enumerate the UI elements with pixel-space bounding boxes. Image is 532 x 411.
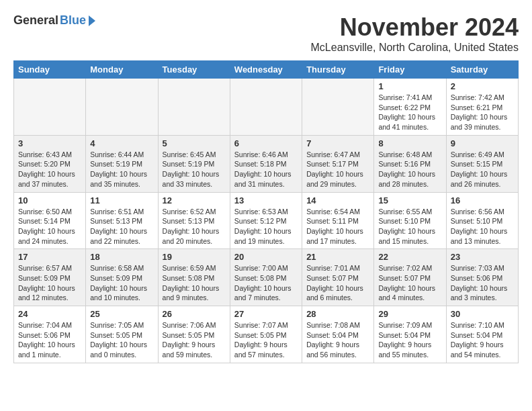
- day-number: 15: [378, 195, 441, 205]
- day-info: Sunrise: 7:05 AM Sunset: 5:05 PM Dayligh…: [90, 320, 153, 360]
- day-info: Sunrise: 7:01 AM Sunset: 5:07 PM Dayligh…: [306, 263, 369, 303]
- calendar-cell: 16Sunrise: 6:56 AM Sunset: 5:10 PM Dayli…: [446, 192, 518, 249]
- calendar-cell: 8Sunrise: 6:48 AM Sunset: 5:16 PM Daylig…: [374, 135, 446, 192]
- header-day-sunday: Sunday: [14, 61, 86, 79]
- day-info: Sunrise: 6:45 AM Sunset: 5:19 PM Dayligh…: [163, 150, 226, 189]
- day-number: 20: [234, 252, 298, 262]
- calendar-cell: 17Sunrise: 6:57 AM Sunset: 5:09 PM Dayli…: [14, 249, 86, 306]
- calendar-cell: 2Sunrise: 7:42 AM Sunset: 6:21 PM Daylig…: [446, 79, 518, 136]
- day-number: 24: [18, 309, 81, 319]
- day-info: Sunrise: 6:57 AM Sunset: 5:09 PM Dayligh…: [18, 263, 81, 303]
- calendar-cell: 29Sunrise: 7:09 AM Sunset: 5:04 PM Dayli…: [374, 306, 446, 363]
- logo-general-text: General: [13, 13, 58, 28]
- calendar-cell: 11Sunrise: 6:51 AM Sunset: 5:13 PM Dayli…: [86, 192, 158, 249]
- header-day-saturday: Saturday: [446, 61, 518, 79]
- logo-arrow-icon: [89, 15, 95, 26]
- day-number: 7: [306, 138, 369, 148]
- day-number: 19: [163, 252, 226, 262]
- calendar-cell: 24Sunrise: 7:04 AM Sunset: 5:06 PM Dayli…: [14, 306, 86, 363]
- week-row-2: 3Sunrise: 6:43 AM Sunset: 5:20 PM Daylig…: [14, 135, 519, 192]
- calendar-cell: 6Sunrise: 6:46 AM Sunset: 5:18 PM Daylig…: [230, 135, 302, 192]
- week-row-1: 1Sunrise: 7:41 AM Sunset: 6:22 PM Daylig…: [14, 79, 519, 136]
- logo-blue-text: Blue: [60, 13, 86, 28]
- header-day-monday: Monday: [86, 61, 158, 79]
- day-number: 3: [18, 138, 81, 148]
- day-number: 29: [378, 309, 441, 319]
- day-info: Sunrise: 6:44 AM Sunset: 5:19 PM Dayligh…: [90, 150, 153, 189]
- calendar-cell: 3Sunrise: 6:43 AM Sunset: 5:20 PM Daylig…: [14, 135, 86, 192]
- day-info: Sunrise: 6:54 AM Sunset: 5:11 PM Dayligh…: [306, 207, 369, 246]
- calendar-cell: [158, 79, 230, 136]
- calendar-cell: 7Sunrise: 6:47 AM Sunset: 5:17 PM Daylig…: [302, 135, 374, 192]
- day-info: Sunrise: 7:07 AM Sunset: 5:05 PM Dayligh…: [234, 320, 298, 360]
- calendar-cell: 4Sunrise: 6:44 AM Sunset: 5:19 PM Daylig…: [86, 135, 158, 192]
- calendar-cell: 1Sunrise: 7:41 AM Sunset: 6:22 PM Daylig…: [374, 79, 446, 136]
- day-info: Sunrise: 6:51 AM Sunset: 5:13 PM Dayligh…: [90, 207, 153, 246]
- day-info: Sunrise: 7:42 AM Sunset: 6:21 PM Dayligh…: [451, 93, 514, 132]
- calendar-table: SundayMondayTuesdayWednesdayThursdayFrid…: [13, 60, 519, 363]
- week-row-3: 10Sunrise: 6:50 AM Sunset: 5:14 PM Dayli…: [14, 192, 519, 249]
- day-number: 30: [451, 309, 514, 319]
- day-number: 12: [163, 195, 226, 205]
- day-info: Sunrise: 6:53 AM Sunset: 5:12 PM Dayligh…: [234, 207, 298, 246]
- day-info: Sunrise: 7:03 AM Sunset: 5:06 PM Dayligh…: [451, 263, 514, 303]
- calendar-cell: 5Sunrise: 6:45 AM Sunset: 5:19 PM Daylig…: [158, 135, 230, 192]
- calendar-cell: [86, 79, 158, 136]
- day-info: Sunrise: 6:43 AM Sunset: 5:20 PM Dayligh…: [18, 150, 81, 189]
- day-info: Sunrise: 7:09 AM Sunset: 5:04 PM Dayligh…: [378, 320, 441, 360]
- day-info: Sunrise: 7:04 AM Sunset: 5:06 PM Dayligh…: [18, 320, 81, 360]
- day-number: 5: [163, 138, 226, 148]
- calendar-cell: 20Sunrise: 7:00 AM Sunset: 5:08 PM Dayli…: [230, 249, 302, 306]
- header-day-wednesday: Wednesday: [230, 61, 302, 79]
- calendar-cell: 25Sunrise: 7:05 AM Sunset: 5:05 PM Dayli…: [86, 306, 158, 363]
- header-day-tuesday: Tuesday: [158, 61, 230, 79]
- day-info: Sunrise: 6:50 AM Sunset: 5:14 PM Dayligh…: [18, 207, 81, 246]
- day-number: 18: [90, 252, 153, 262]
- day-number: 21: [306, 252, 369, 262]
- logo: General Blue: [13, 13, 95, 28]
- calendar-cell: 28Sunrise: 7:08 AM Sunset: 5:04 PM Dayli…: [302, 306, 374, 363]
- day-info: Sunrise: 7:06 AM Sunset: 5:05 PM Dayligh…: [163, 320, 226, 360]
- day-number: 13: [234, 195, 298, 205]
- calendar-header-row: SundayMondayTuesdayWednesdayThursdayFrid…: [14, 61, 519, 79]
- day-number: 23: [451, 252, 514, 262]
- day-number: 22: [378, 252, 441, 262]
- calendar-cell: 27Sunrise: 7:07 AM Sunset: 5:05 PM Dayli…: [230, 306, 302, 363]
- calendar-cell: 30Sunrise: 7:10 AM Sunset: 5:04 PM Dayli…: [446, 306, 518, 363]
- calendar-cell: 19Sunrise: 6:59 AM Sunset: 5:08 PM Dayli…: [158, 249, 230, 306]
- calendar-cell: 21Sunrise: 7:01 AM Sunset: 5:07 PM Dayli…: [302, 249, 374, 306]
- calendar-cell: 23Sunrise: 7:03 AM Sunset: 5:06 PM Dayli…: [446, 249, 518, 306]
- day-number: 6: [234, 138, 298, 148]
- day-info: Sunrise: 6:59 AM Sunset: 5:08 PM Dayligh…: [163, 263, 226, 303]
- location-text: McLeansville, North Carolina, United Sta…: [311, 42, 519, 54]
- month-title: November 2024: [311, 13, 519, 42]
- calendar-cell: [230, 79, 302, 136]
- day-number: 10: [18, 195, 81, 205]
- day-number: 16: [451, 195, 514, 205]
- day-info: Sunrise: 6:56 AM Sunset: 5:10 PM Dayligh…: [451, 207, 514, 246]
- day-number: 14: [306, 195, 369, 205]
- day-number: 25: [90, 309, 153, 319]
- day-info: Sunrise: 7:02 AM Sunset: 5:07 PM Dayligh…: [378, 263, 441, 303]
- day-info: Sunrise: 6:52 AM Sunset: 5:13 PM Dayligh…: [163, 207, 226, 246]
- day-info: Sunrise: 6:58 AM Sunset: 5:09 PM Dayligh…: [90, 263, 153, 303]
- calendar-cell: 9Sunrise: 6:49 AM Sunset: 5:15 PM Daylig…: [446, 135, 518, 192]
- week-row-5: 24Sunrise: 7:04 AM Sunset: 5:06 PM Dayli…: [14, 306, 519, 363]
- day-number: 27: [234, 309, 298, 319]
- calendar-cell: 12Sunrise: 6:52 AM Sunset: 5:13 PM Dayli…: [158, 192, 230, 249]
- day-info: Sunrise: 7:00 AM Sunset: 5:08 PM Dayligh…: [234, 263, 298, 303]
- calendar-cell: 26Sunrise: 7:06 AM Sunset: 5:05 PM Dayli…: [158, 306, 230, 363]
- header-day-thursday: Thursday: [302, 61, 374, 79]
- day-number: 9: [451, 138, 514, 148]
- title-area: November 2024 McLeansville, North Caroli…: [311, 13, 519, 54]
- day-number: 26: [163, 309, 226, 319]
- calendar-cell: 15Sunrise: 6:55 AM Sunset: 5:10 PM Dayli…: [374, 192, 446, 249]
- day-info: Sunrise: 6:48 AM Sunset: 5:16 PM Dayligh…: [378, 150, 441, 189]
- calendar-cell: 18Sunrise: 6:58 AM Sunset: 5:09 PM Dayli…: [86, 249, 158, 306]
- calendar-cell: [302, 79, 374, 136]
- day-info: Sunrise: 6:49 AM Sunset: 5:15 PM Dayligh…: [451, 150, 514, 189]
- day-number: 11: [90, 195, 153, 205]
- calendar-cell: [14, 79, 86, 136]
- day-number: 8: [378, 138, 441, 148]
- calendar-cell: 22Sunrise: 7:02 AM Sunset: 5:07 PM Dayli…: [374, 249, 446, 306]
